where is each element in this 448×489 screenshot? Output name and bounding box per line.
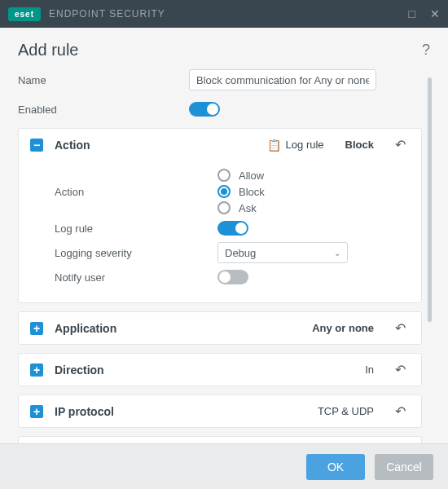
action-select-label: Action [55, 186, 217, 198]
action-panel: − Action 📋 Log rule Block ↶ Action [18, 128, 422, 303]
radio-ask[interactable]: Ask [217, 201, 410, 214]
revert-icon[interactable]: ↶ [395, 320, 410, 336]
radio-block-label: Block [239, 186, 265, 198]
scrollbar-thumb[interactable] [428, 77, 432, 322]
name-label: Name [18, 74, 189, 86]
form-column: Name Enabled − Action 📋 Log rule [18, 69, 422, 443]
enabled-toggle[interactable] [189, 102, 220, 117]
direction-title: Direction [55, 363, 104, 377]
expand-icon[interactable]: + [30, 363, 43, 377]
log-rule-toggle[interactable] [217, 221, 248, 236]
scroll-track[interactable] [425, 69, 433, 443]
revert-icon[interactable]: ↶ [395, 403, 410, 419]
action-panel-body: Action Allow Block [19, 161, 421, 302]
revert-icon[interactable]: ↶ [395, 362, 410, 377]
action-summary-value: Block [345, 139, 374, 151]
window-controls: □ ✕ [409, 7, 440, 20]
ipproto-panel-head[interactable]: + IP protocol TCP & UDP ↶ [19, 395, 421, 427]
revert-icon[interactable]: ↶ [395, 137, 410, 152]
application-panel-head[interactable]: + Application Any or none ↶ [19, 312, 421, 344]
application-panel: + Application Any or none ↶ [18, 311, 422, 345]
log-rule-label: Log rule [55, 222, 217, 235]
enabled-row: Enabled [18, 102, 422, 117]
clipboard-icon: 📋 [267, 139, 281, 152]
cancel-button[interactable]: Cancel [375, 454, 433, 480]
ipproto-value: TCP & UDP [318, 405, 374, 417]
application-title: Application [55, 322, 116, 335]
radio-ask-label: Ask [239, 202, 257, 214]
notify-label: Notify user [55, 271, 217, 284]
page-title: Add rule [18, 41, 79, 59]
direction-panel: + Direction In ↶ [18, 353, 422, 386]
action-radio-group: Allow Block Ask [217, 169, 410, 214]
severity-label: Logging severity [55, 247, 217, 259]
help-icon[interactable]: ? [422, 42, 430, 59]
action-panel-head[interactable]: − Action 📋 Log rule Block ↶ [19, 129, 421, 161]
notify-toggle[interactable] [217, 270, 248, 284]
form-area: Name Enabled − Action 📋 Log rule [0, 64, 448, 443]
expand-icon[interactable]: + [30, 405, 43, 418]
close-icon[interactable]: ✕ [430, 7, 440, 20]
brand-badge: eset [8, 7, 41, 21]
notify-row: Notify user [55, 270, 410, 284]
action-summary-log-text: Log rule [286, 139, 324, 151]
header: Add rule ? [0, 28, 448, 64]
radio-allow-indicator [217, 169, 231, 182]
radio-block-indicator [217, 185, 231, 198]
radio-ask-indicator [217, 201, 231, 214]
name-input[interactable] [189, 69, 376, 90]
ok-button[interactable]: OK [306, 454, 365, 480]
titlebar: eset ENDPOINT SECURITY □ ✕ [0, 0, 448, 28]
window: eset ENDPOINT SECURITY □ ✕ Add rule ? Na… [0, 0, 448, 489]
collapse-icon[interactable]: − [30, 139, 43, 152]
chevron-down-icon: ⌄ [334, 249, 340, 258]
radio-allow[interactable]: Allow [217, 169, 410, 182]
footer: OK Cancel [0, 443, 448, 489]
product-name: ENDPOINT SECURITY [49, 8, 165, 20]
action-summary-log: 📋 Log rule [267, 139, 324, 152]
direction-value: In [365, 363, 374, 376]
action-select-row: Action Allow Block [55, 169, 410, 214]
severity-value: Debug [225, 247, 256, 259]
direction-panel-head[interactable]: + Direction In ↶ [19, 354, 421, 385]
radio-allow-label: Allow [239, 170, 264, 182]
log-rule-row: Log rule [55, 221, 410, 236]
ipproto-panel: + IP protocol TCP & UDP ↶ [18, 394, 422, 428]
action-panel-title: Action [55, 139, 90, 152]
severity-row: Logging severity Debug ⌄ [55, 242, 410, 263]
maximize-icon[interactable]: □ [409, 7, 415, 20]
name-row: Name [18, 69, 422, 90]
enabled-label: Enabled [18, 104, 189, 116]
application-value: Any or none [312, 322, 374, 334]
radio-block[interactable]: Block [217, 185, 410, 198]
ipproto-title: IP protocol [55, 405, 114, 418]
expand-icon[interactable]: + [30, 322, 43, 335]
severity-select[interactable]: Debug ⌄ [217, 242, 348, 263]
